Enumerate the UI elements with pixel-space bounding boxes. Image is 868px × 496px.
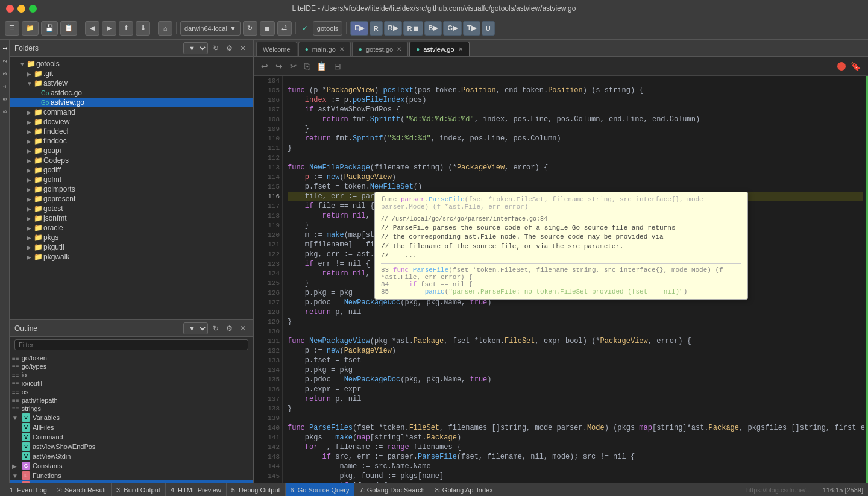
tree-item-finddecl[interactable]: ▶ 📁 finddecl [10,127,253,136]
outline-import-gotypes[interactable]: ≡≡ go/types [10,362,253,371]
outline-reload-btn[interactable]: ↻ [210,323,221,334]
tree-item-godiff[interactable]: ▶ 📁 godiff [10,165,253,175]
tab-gotestgo[interactable]: ● gotest.go ✕ [352,42,408,56]
folders-dropdown[interactable]: ▼ [183,42,208,54]
tab-maingo[interactable]: ● main.go ✕ [298,42,351,56]
sidebar-tab-5[interactable]: 5 [1,93,9,105]
tree-item-pkgs[interactable]: ▶ 📁 pkgs [10,233,253,242]
tab-close-icon[interactable]: ✕ [339,46,344,52]
go-run-args-button[interactable]: R▶ [384,21,402,36]
tree-item-git[interactable]: ▶ 📁 .git [10,69,253,78]
outline-close-btn[interactable]: ✕ [237,323,248,334]
statusbar-golangapi[interactable]: 8: Golang Api Index [430,483,498,496]
outline-dropdown[interactable]: ▼ [183,322,208,334]
toolbar-new[interactable]: ☰ [5,21,19,36]
statusbar-golangsearch[interactable]: 7: Golang Doc Search [354,483,430,496]
toolbar-forward[interactable]: ▶ [102,21,116,36]
build-target-selector[interactable]: gotools [313,21,342,36]
tab-welcome[interactable]: Welcome [256,42,297,56]
tree-item-astview-go[interactable]: Go astview.go [10,98,253,107]
format-button[interactable]: ⊟ [332,60,344,72]
go-get-button[interactable]: G▶ [443,21,462,36]
tab-close-icon[interactable]: ✕ [458,46,463,52]
go-test-button[interactable]: T▶ [463,21,480,36]
sidebar-tab-2[interactable]: 2 [1,55,9,67]
close-button[interactable] [6,5,14,13]
tree-item-godeps[interactable]: ▶ 📁 Godeps [10,155,253,165]
toolbar-refresh[interactable]: ↻ [243,21,257,36]
outline-group-functions[interactable]: ▼ F Functions [10,471,253,480]
tree-item-command[interactable]: ▶ 📁 command [10,107,253,117]
tree-item-astdoc[interactable]: Go astdoc.go [10,88,253,98]
tree-item-astview[interactable]: ▼ 📁 astview [10,78,253,88]
outline-import-ioutil[interactable]: ≡≡ io/ioutil [10,379,253,388]
redo-button[interactable]: ↪ [273,60,285,72]
bookmark-button[interactable]: 🔖 [848,60,863,72]
statusbar-eventlog[interactable]: 1: Event Log [5,483,52,496]
statusbar-debugoutput[interactable]: 5: Debug Output [227,483,286,496]
outline-import-os[interactable]: ≡≡ os [10,388,253,396]
go-bench-button[interactable]: B▶ [424,21,442,36]
tree-item-gotest[interactable]: ▶ 📁 gotest [10,204,253,213]
go-run-button[interactable]: R [370,21,383,36]
folders-close-btn[interactable]: ✕ [237,43,248,54]
toolbar-stop[interactable]: ⏹ [260,21,275,36]
tree-item-gotools[interactable]: ▼ 📁 gotools [10,59,253,69]
code-editor[interactable]: 104 105 106 107 108 109 110 111 112 113 … [254,76,868,483]
toolbar-open[interactable]: 📁 [22,21,39,36]
outline-import-gotoken[interactable]: ≡≡ go/token [10,354,253,362]
outline-var-allfiles[interactable]: V AllFiles [10,422,253,432]
tab-astviewgo[interactable]: ● astview.go ✕ [409,42,469,56]
toolbar-saveas[interactable]: 📋 [60,21,77,36]
outline-filter-input[interactable] [14,339,248,350]
toolbar-home[interactable]: ⌂ [158,21,172,36]
paste-button[interactable]: 📋 [314,60,329,72]
tree-item-pkgwalk[interactable]: ▶ 📁 pkgwalk [10,252,253,262]
outline-var-astviewstdin[interactable]: V astViewStdin [10,451,253,461]
outline-group-constants[interactable]: ▶ C Constants [10,461,253,471]
toolbar-up[interactable]: ⬆ [119,21,133,36]
outline-settings-btn[interactable]: ⚙ [224,323,235,334]
sidebar-tab-1[interactable]: 1 [1,42,9,55]
toolbar-down[interactable]: ⬇ [136,21,150,36]
outline-var-astviewshowendpos[interactable]: V astViewShowEndPos [10,442,253,451]
toolbar-sync[interactable]: ⇄ [277,21,292,36]
undo-button[interactable]: ↩ [259,60,271,72]
tree-item-gofmt[interactable]: ▶ 📁 gofmt [10,175,253,184]
toolbar-save[interactable]: 💾 [41,21,58,36]
go-vet-button[interactable]: U [482,21,495,36]
go-stop-button[interactable]: R⏹ [403,21,423,36]
folders-settings-btn[interactable]: ⚙ [224,43,235,54]
error-indicator [837,62,846,71]
tree-item-goapi[interactable]: ▶ 📁 goapi [10,146,253,155]
sidebar-tab-3[interactable]: 3 [1,67,9,80]
tab-close-icon[interactable]: ✕ [397,46,401,52]
outline-import-strings[interactable]: ≡≡ strings [10,404,253,413]
code-content[interactable]: func (p *PackageView) posText(pos token.… [283,76,868,483]
statusbar-buildoutput[interactable]: 3: Build Output [112,483,166,496]
go-build-button[interactable]: E▶ [350,21,368,36]
tree-item-goimports[interactable]: ▶ 📁 goimports [10,184,253,194]
tree-item-finddoc[interactable]: ▶ 📁 finddoc [10,136,253,146]
tree-item-docview[interactable]: ▶ 📁 docview [10,117,253,127]
sidebar-tab-4[interactable]: 4 [1,80,9,93]
tree-item-gopresent[interactable]: ▶ 📁 gopresent [10,194,253,204]
minimize-button[interactable] [17,5,25,13]
statusbar-htmlpreview[interactable]: 4: HTML Preview [166,483,227,496]
outline-import-path[interactable]: ≡≡ path/filepath [10,396,253,404]
outline-import-io[interactable]: ≡≡ io [10,371,253,379]
sidebar-tab-6[interactable]: 6 [1,105,9,118]
outline-group-variables[interactable]: ▼ V Variables [10,413,253,422]
folders-reload-btn[interactable]: ↻ [210,43,221,54]
copy-button[interactable]: ⎘ [302,60,312,72]
tree-item-oracle[interactable]: ▶ 📁 oracle [10,223,253,233]
location-selector[interactable]: darwin64-local ▼ [180,21,241,36]
tree-item-jsonfmt[interactable]: ▶ 📁 jsonfmt [10,213,253,223]
outline-var-command[interactable]: V Command [10,432,253,442]
cut-button[interactable]: ✂ [288,60,300,72]
maximize-button[interactable] [29,5,37,13]
statusbar-searchresult[interactable]: 2: Search Result [52,483,112,496]
tree-item-pkgutil[interactable]: ▶ 📁 pkgutil [10,242,253,252]
toolbar-back[interactable]: ◀ [85,21,99,36]
statusbar-gosourcequery[interactable]: 6: Go Source Query [286,483,355,496]
